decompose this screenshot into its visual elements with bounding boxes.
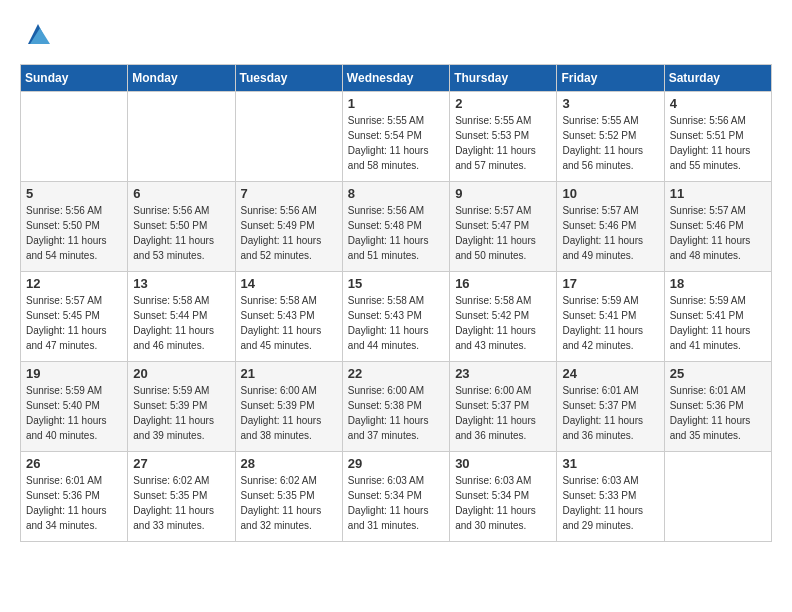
calendar-body: 1Sunrise: 5:55 AM Sunset: 5:54 PM Daylig… — [21, 92, 772, 542]
calendar-week-3: 19Sunrise: 5:59 AM Sunset: 5:40 PM Dayli… — [21, 362, 772, 452]
day-info: Sunrise: 5:56 AM Sunset: 5:49 PM Dayligh… — [241, 203, 337, 263]
calendar-cell: 31Sunrise: 6:03 AM Sunset: 5:33 PM Dayli… — [557, 452, 664, 542]
day-info: Sunrise: 5:59 AM Sunset: 5:40 PM Dayligh… — [26, 383, 122, 443]
day-number: 17 — [562, 276, 658, 291]
calendar-cell: 4Sunrise: 5:56 AM Sunset: 5:51 PM Daylig… — [664, 92, 771, 182]
calendar-cell — [21, 92, 128, 182]
calendar-cell: 19Sunrise: 5:59 AM Sunset: 5:40 PM Dayli… — [21, 362, 128, 452]
day-info: Sunrise: 6:02 AM Sunset: 5:35 PM Dayligh… — [133, 473, 229, 533]
calendar-cell: 17Sunrise: 5:59 AM Sunset: 5:41 PM Dayli… — [557, 272, 664, 362]
day-number: 8 — [348, 186, 444, 201]
day-number: 29 — [348, 456, 444, 471]
day-info: Sunrise: 5:58 AM Sunset: 5:44 PM Dayligh… — [133, 293, 229, 353]
day-number: 7 — [241, 186, 337, 201]
day-number: 12 — [26, 276, 122, 291]
calendar-cell: 2Sunrise: 5:55 AM Sunset: 5:53 PM Daylig… — [450, 92, 557, 182]
day-info: Sunrise: 6:03 AM Sunset: 5:34 PM Dayligh… — [455, 473, 551, 533]
calendar-cell: 26Sunrise: 6:01 AM Sunset: 5:36 PM Dayli… — [21, 452, 128, 542]
calendar-week-4: 26Sunrise: 6:01 AM Sunset: 5:36 PM Dayli… — [21, 452, 772, 542]
calendar-cell: 20Sunrise: 5:59 AM Sunset: 5:39 PM Dayli… — [128, 362, 235, 452]
logo-icon — [24, 20, 52, 48]
day-number: 2 — [455, 96, 551, 111]
calendar-cell: 8Sunrise: 5:56 AM Sunset: 5:48 PM Daylig… — [342, 182, 449, 272]
calendar-cell: 28Sunrise: 6:02 AM Sunset: 5:35 PM Dayli… — [235, 452, 342, 542]
header-sunday: Sunday — [21, 65, 128, 92]
calendar-cell: 3Sunrise: 5:55 AM Sunset: 5:52 PM Daylig… — [557, 92, 664, 182]
calendar-cell: 18Sunrise: 5:59 AM Sunset: 5:41 PM Dayli… — [664, 272, 771, 362]
calendar-cell: 25Sunrise: 6:01 AM Sunset: 5:36 PM Dayli… — [664, 362, 771, 452]
day-number: 4 — [670, 96, 766, 111]
calendar-cell: 9Sunrise: 5:57 AM Sunset: 5:47 PM Daylig… — [450, 182, 557, 272]
calendar-cell: 16Sunrise: 5:58 AM Sunset: 5:42 PM Dayli… — [450, 272, 557, 362]
day-info: Sunrise: 5:56 AM Sunset: 5:48 PM Dayligh… — [348, 203, 444, 263]
day-info: Sunrise: 5:56 AM Sunset: 5:51 PM Dayligh… — [670, 113, 766, 173]
header-saturday: Saturday — [664, 65, 771, 92]
day-number: 5 — [26, 186, 122, 201]
day-info: Sunrise: 6:01 AM Sunset: 5:36 PM Dayligh… — [26, 473, 122, 533]
day-info: Sunrise: 6:03 AM Sunset: 5:33 PM Dayligh… — [562, 473, 658, 533]
day-number: 10 — [562, 186, 658, 201]
calendar-cell — [235, 92, 342, 182]
day-info: Sunrise: 6:03 AM Sunset: 5:34 PM Dayligh… — [348, 473, 444, 533]
header-monday: Monday — [128, 65, 235, 92]
day-number: 27 — [133, 456, 229, 471]
day-number: 25 — [670, 366, 766, 381]
header-friday: Friday — [557, 65, 664, 92]
day-info: Sunrise: 5:57 AM Sunset: 5:47 PM Dayligh… — [455, 203, 551, 263]
header-tuesday: Tuesday — [235, 65, 342, 92]
day-number: 14 — [241, 276, 337, 291]
day-number: 16 — [455, 276, 551, 291]
day-number: 26 — [26, 456, 122, 471]
calendar-header-row: SundayMondayTuesdayWednesdayThursdayFrid… — [21, 65, 772, 92]
calendar-cell: 12Sunrise: 5:57 AM Sunset: 5:45 PM Dayli… — [21, 272, 128, 362]
day-info: Sunrise: 5:58 AM Sunset: 5:43 PM Dayligh… — [348, 293, 444, 353]
calendar-cell — [128, 92, 235, 182]
day-number: 18 — [670, 276, 766, 291]
day-info: Sunrise: 6:00 AM Sunset: 5:39 PM Dayligh… — [241, 383, 337, 443]
calendar-cell: 6Sunrise: 5:56 AM Sunset: 5:50 PM Daylig… — [128, 182, 235, 272]
day-number: 30 — [455, 456, 551, 471]
day-number: 13 — [133, 276, 229, 291]
header-wednesday: Wednesday — [342, 65, 449, 92]
day-info: Sunrise: 5:57 AM Sunset: 5:45 PM Dayligh… — [26, 293, 122, 353]
day-info: Sunrise: 5:57 AM Sunset: 5:46 PM Dayligh… — [562, 203, 658, 263]
day-number: 20 — [133, 366, 229, 381]
day-info: Sunrise: 5:57 AM Sunset: 5:46 PM Dayligh… — [670, 203, 766, 263]
day-number: 15 — [348, 276, 444, 291]
header-thursday: Thursday — [450, 65, 557, 92]
calendar-cell: 15Sunrise: 5:58 AM Sunset: 5:43 PM Dayli… — [342, 272, 449, 362]
day-info: Sunrise: 5:58 AM Sunset: 5:42 PM Dayligh… — [455, 293, 551, 353]
day-info: Sunrise: 5:59 AM Sunset: 5:39 PM Dayligh… — [133, 383, 229, 443]
calendar-cell: 22Sunrise: 6:00 AM Sunset: 5:38 PM Dayli… — [342, 362, 449, 452]
calendar-cell: 10Sunrise: 5:57 AM Sunset: 5:46 PM Dayli… — [557, 182, 664, 272]
calendar-cell: 24Sunrise: 6:01 AM Sunset: 5:37 PM Dayli… — [557, 362, 664, 452]
calendar-table: SundayMondayTuesdayWednesdayThursdayFrid… — [20, 64, 772, 542]
calendar-cell: 5Sunrise: 5:56 AM Sunset: 5:50 PM Daylig… — [21, 182, 128, 272]
day-info: Sunrise: 5:59 AM Sunset: 5:41 PM Dayligh… — [670, 293, 766, 353]
day-info: Sunrise: 5:55 AM Sunset: 5:52 PM Dayligh… — [562, 113, 658, 173]
day-number: 3 — [562, 96, 658, 111]
calendar-cell: 23Sunrise: 6:00 AM Sunset: 5:37 PM Dayli… — [450, 362, 557, 452]
calendar-cell: 27Sunrise: 6:02 AM Sunset: 5:35 PM Dayli… — [128, 452, 235, 542]
day-info: Sunrise: 6:02 AM Sunset: 5:35 PM Dayligh… — [241, 473, 337, 533]
calendar-cell: 1Sunrise: 5:55 AM Sunset: 5:54 PM Daylig… — [342, 92, 449, 182]
day-number: 21 — [241, 366, 337, 381]
day-number: 23 — [455, 366, 551, 381]
day-info: Sunrise: 5:58 AM Sunset: 5:43 PM Dayligh… — [241, 293, 337, 353]
day-info: Sunrise: 6:01 AM Sunset: 5:36 PM Dayligh… — [670, 383, 766, 443]
calendar-cell: 29Sunrise: 6:03 AM Sunset: 5:34 PM Dayli… — [342, 452, 449, 542]
day-number: 11 — [670, 186, 766, 201]
day-number: 22 — [348, 366, 444, 381]
page-header — [20, 20, 772, 48]
day-info: Sunrise: 6:01 AM Sunset: 5:37 PM Dayligh… — [562, 383, 658, 443]
day-info: Sunrise: 5:55 AM Sunset: 5:54 PM Dayligh… — [348, 113, 444, 173]
calendar-week-2: 12Sunrise: 5:57 AM Sunset: 5:45 PM Dayli… — [21, 272, 772, 362]
day-number: 31 — [562, 456, 658, 471]
day-info: Sunrise: 5:59 AM Sunset: 5:41 PM Dayligh… — [562, 293, 658, 353]
calendar-cell: 21Sunrise: 6:00 AM Sunset: 5:39 PM Dayli… — [235, 362, 342, 452]
calendar-week-1: 5Sunrise: 5:56 AM Sunset: 5:50 PM Daylig… — [21, 182, 772, 272]
day-info: Sunrise: 5:56 AM Sunset: 5:50 PM Dayligh… — [26, 203, 122, 263]
day-number: 19 — [26, 366, 122, 381]
day-number: 9 — [455, 186, 551, 201]
day-info: Sunrise: 6:00 AM Sunset: 5:38 PM Dayligh… — [348, 383, 444, 443]
